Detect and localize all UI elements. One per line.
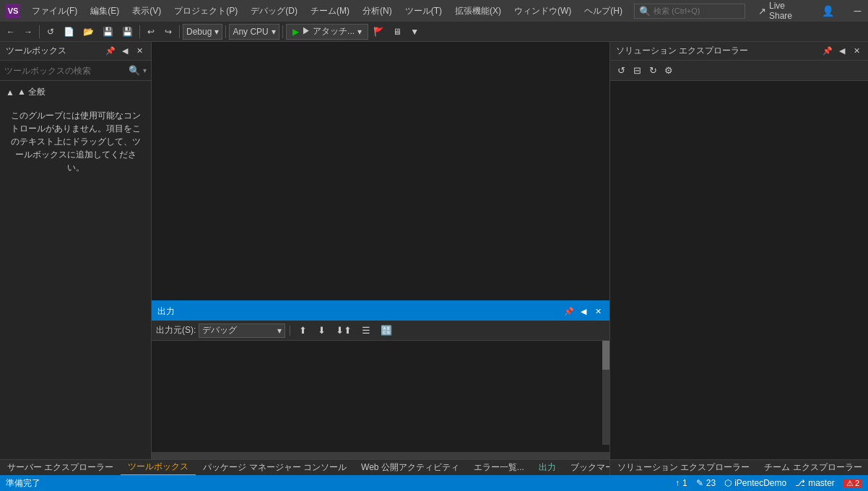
menu-edit[interactable]: 編集(E) xyxy=(84,2,125,20)
tab-bookmarks[interactable]: ブックマーク xyxy=(563,460,609,475)
toolbar-screen-btn[interactable]: 🖥 xyxy=(389,24,405,40)
toolbox-empty-message: このグループには使用可能なコントロールがありません。項目をこのテキスト上にドラッ… xyxy=(0,100,151,183)
live-share-icon: ↗ xyxy=(758,6,766,17)
tab-package-manager[interactable]: パッケージ マネージャー コンソール xyxy=(196,460,354,475)
toolbox-search-dropdown[interactable]: ▾ xyxy=(143,66,147,74)
output-panel-title: 出力 xyxy=(157,305,175,318)
output-scroll-up-icon[interactable]: ⬆ xyxy=(295,323,311,339)
menu-debug[interactable]: デバッグ(D) xyxy=(245,2,303,20)
se-pin-icon[interactable]: 📌 xyxy=(822,45,833,57)
toolbar-back-btn[interactable]: ← xyxy=(3,24,19,40)
minimize-button[interactable]: ─ xyxy=(842,0,868,22)
search-icon: 🔍 xyxy=(639,6,651,17)
output-close-icon[interactable]: ✕ xyxy=(592,305,604,317)
se-auto-hide-icon[interactable]: ◀ xyxy=(836,45,848,57)
output-scrollbar-thumb[interactable] xyxy=(602,341,609,370)
toolbox-search-input[interactable] xyxy=(4,66,126,76)
status-right: ↑ 1 ✎ 23 ⬡ iPentecDemo ⎇ master ⚠ 2 xyxy=(675,478,862,488)
se-collapse-icon[interactable]: ⊟ xyxy=(630,64,643,77)
output-scrollbar-horizontal[interactable] xyxy=(152,452,609,459)
attach-button[interactable]: ▶ ▶ アタッチ... ▾ xyxy=(286,24,368,40)
output-clear-icon[interactable]: ⬇⬆ xyxy=(332,323,355,339)
toolbar-sep-4 xyxy=(225,25,226,38)
solution-explorer-panel: ソリューション エクスプローラー 📌 ◀ ✕ ↺ ⊟ ↻ ⚙ xyxy=(609,42,868,459)
tab-server-explorer[interactable]: サーバー エクスプローラー xyxy=(0,460,121,475)
menu-view[interactable]: 表示(V) xyxy=(126,2,167,20)
toolbox-close-icon[interactable]: ✕ xyxy=(134,45,145,57)
output-panel: 出力 📌 ◀ ✕ 出力元(S): デバッグ ▾ xyxy=(152,300,609,459)
toolbar-open-btn[interactable]: 📂 xyxy=(79,24,97,40)
bottom-tabs-left: サーバー エクスプローラー ツールボックス パッケージ マネージャー コンソール… xyxy=(0,460,609,475)
toolbar-sep-1 xyxy=(39,25,40,38)
toolbar-saveall-btn[interactable]: 💾 xyxy=(118,24,136,40)
toolbar-new-btn[interactable]: 📄 xyxy=(60,24,78,40)
se-refresh-icon[interactable]: ↻ xyxy=(646,64,659,77)
menu-help[interactable]: ヘルプ(H) xyxy=(578,2,628,20)
app-layout: VS ファイル(F) 編集(E) 表示(V) プロジェクト(P) デバッグ(D)… xyxy=(0,0,868,491)
se-settings-icon[interactable]: ⚙ xyxy=(662,64,675,77)
git-branch-name: master xyxy=(808,478,835,488)
live-share-label: Live Share xyxy=(769,1,806,21)
toolbar-extra-btn[interactable]: ▼ xyxy=(407,24,422,40)
output-scroll-down-icon[interactable]: ⬇ xyxy=(313,323,329,339)
menu-tools[interactable]: ツール(T) xyxy=(399,2,448,20)
account-icon[interactable]: 👤 xyxy=(819,1,836,20)
toolbox-header-icons: 📌 ◀ ✕ xyxy=(105,45,145,57)
menu-window[interactable]: ウィンドウ(W) xyxy=(508,2,577,20)
tab-team-explorer[interactable]: チーム エクスプローラー xyxy=(757,460,868,476)
output-wrap-icon[interactable]: ☰ xyxy=(358,323,374,339)
tab-web-publish[interactable]: Web 公開アクティビティ xyxy=(354,460,466,475)
error-badge[interactable]: ⚠ 2 xyxy=(843,479,862,488)
toolbar-sep-3 xyxy=(179,25,180,38)
toolbar-undo-btn[interactable]: ↩ xyxy=(143,24,159,40)
cpu-config-dropdown[interactable]: Any CPU ▾ xyxy=(229,24,279,40)
toolbox-section-header-general[interactable]: ▲ ▲ 全般 xyxy=(0,84,151,100)
toolbox-section-general: ▲ ▲ 全般 このグループには使用可能なコントロールがありません。項目をこのテキ… xyxy=(0,81,151,186)
search-input[interactable] xyxy=(654,6,740,15)
vs-logo: VS xyxy=(6,4,20,18)
toolbar-forward-btn[interactable]: → xyxy=(20,24,36,40)
play-icon: ▶ xyxy=(292,27,299,37)
debug-config-value: Debug xyxy=(186,27,212,37)
toolbox-expand-icon: ▲ xyxy=(6,87,14,97)
solution-explorer-header: ソリューション エクスプローラー 📌 ◀ ✕ xyxy=(610,42,868,61)
menu-analyze[interactable]: 分析(N) xyxy=(357,2,398,20)
toolbar-undo-arrow[interactable]: ↺ xyxy=(43,24,58,40)
toolbox-search-bar: 🔍 ▾ xyxy=(0,61,151,81)
status-git-branch: ⎇ master xyxy=(795,478,835,488)
output-scrollbar-track[interactable] xyxy=(602,341,609,445)
center-workspace xyxy=(152,42,609,300)
toolbox-search-icon: 🔍 xyxy=(129,65,140,76)
output-toolbar: 出力元(S): デバッグ ▾ ⬆ ⬇ ⬇⬆ ☰ 🔠 xyxy=(152,321,609,341)
toolbar-sep-5 xyxy=(282,25,283,38)
output-find-icon[interactable]: 🔠 xyxy=(377,323,396,339)
menu-file[interactable]: ファイル(F) xyxy=(26,2,83,20)
output-source-value: デバッグ xyxy=(202,324,237,336)
toolbar-flag-btn[interactable]: 🚩 xyxy=(370,24,388,40)
tab-toolbox[interactable]: ツールボックス xyxy=(121,460,196,475)
menu-project[interactable]: プロジェクト(P) xyxy=(168,2,243,20)
output-source-dropdown[interactable]: デバッグ ▾ xyxy=(199,323,285,338)
toolbar-save-btn[interactable]: 💾 xyxy=(99,24,117,40)
se-close-icon[interactable]: ✕ xyxy=(851,45,862,57)
se-sync-icon[interactable]: ↺ xyxy=(615,64,628,77)
menu-bar: ファイル(F) 編集(E) 表示(V) プロジェクト(P) デバッグ(D) チー… xyxy=(26,2,628,20)
se-toolbar: ↺ ⊟ ↻ ⚙ xyxy=(610,61,868,81)
menu-extensions[interactable]: 拡張機能(X) xyxy=(449,2,507,20)
live-share-button[interactable]: ↗ Live Share xyxy=(751,0,813,23)
toolbar-redo-btn[interactable]: ↪ xyxy=(160,24,176,40)
toolbox-auto-hide-icon[interactable]: ◀ xyxy=(119,45,131,57)
toolbox-panel: ツールボックス 📌 ◀ ✕ 🔍 ▾ ▲ ▲ 全般 このグループには使用可能なコン… xyxy=(0,42,152,459)
line-up-icon: ↑ xyxy=(675,478,680,488)
tab-solution-explorer[interactable]: ソリューション エクスプローラー xyxy=(610,460,757,476)
output-auto-hide-icon[interactable]: ◀ xyxy=(578,305,589,317)
tab-output[interactable]: 出力 xyxy=(531,460,563,475)
menu-team[interactable]: チーム(M) xyxy=(305,2,355,20)
tab-error-list[interactable]: エラー一覧... xyxy=(466,460,531,475)
toolbox-pin-icon[interactable]: 📌 xyxy=(105,45,116,57)
attach-label: ▶ アタッチ... xyxy=(302,25,355,38)
status-bar: 準備完了 ↑ 1 ✎ 23 ⬡ iPentecDemo ⎇ master ⚠ 2 xyxy=(0,475,868,491)
output-pin-icon[interactable]: 📌 xyxy=(563,305,575,317)
debug-config-arrow: ▾ xyxy=(214,27,219,37)
debug-config-dropdown[interactable]: Debug ▾ xyxy=(183,24,222,40)
